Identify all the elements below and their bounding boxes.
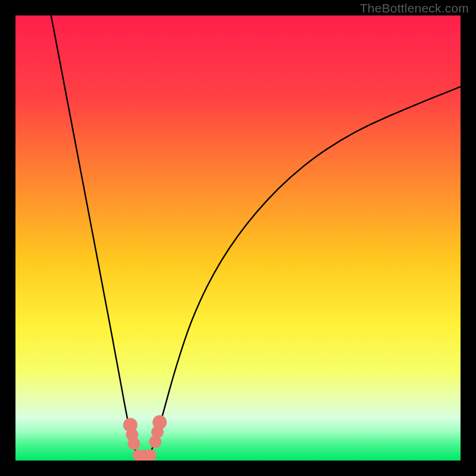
watermark: TheBottleneck.com (360, 1, 469, 15)
marker-right (152, 415, 167, 430)
chart-frame (15, 15, 461, 461)
bottleneck-chart (15, 15, 461, 461)
marker-low (145, 449, 156, 461)
chart-background (15, 15, 461, 461)
marker-left (127, 437, 140, 450)
